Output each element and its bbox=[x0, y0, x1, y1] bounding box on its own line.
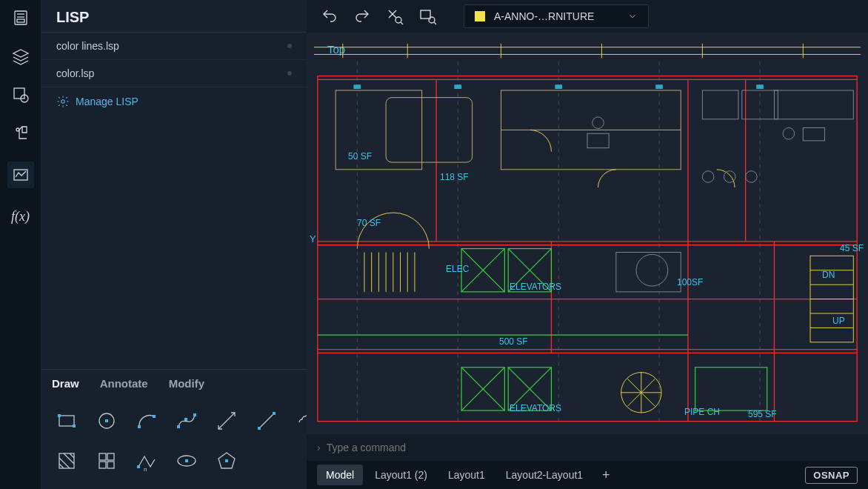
tab-annotate[interactable]: Annotate bbox=[100, 377, 148, 390]
panel-title: LISP bbox=[41, 0, 307, 33]
svg-rect-30 bbox=[107, 453, 114, 460]
svg-point-103 bbox=[592, 117, 604, 129]
svg-rect-11 bbox=[58, 414, 61, 417]
blocks-icon[interactable] bbox=[10, 84, 31, 105]
spline-tool[interactable] bbox=[169, 403, 204, 439]
svg-rect-124 bbox=[756, 84, 764, 89]
tab-draw[interactable]: Draw bbox=[52, 377, 79, 390]
manage-lisp-button[interactable]: Manage LISP bbox=[41, 87, 307, 116]
manage-lisp-label: Manage LISP bbox=[76, 96, 138, 107]
svg-line-28 bbox=[70, 453, 74, 458]
svg-rect-43 bbox=[421, 10, 430, 19]
svg-point-7 bbox=[16, 128, 19, 131]
lisp-file-item[interactable]: color.lsp bbox=[41, 60, 307, 87]
room-label: 70 SF bbox=[357, 218, 381, 228]
left-rail: f(x) bbox=[0, 0, 41, 489]
svg-line-27 bbox=[64, 453, 74, 464]
ellipse-tool[interactable] bbox=[169, 443, 204, 479]
add-layout-button[interactable]: + bbox=[595, 466, 618, 485]
layer-dropdown[interactable]: A-ANNO-…RNITURE bbox=[464, 4, 649, 28]
osnap-toggle[interactable]: OSNAP bbox=[805, 467, 858, 484]
svg-point-44 bbox=[429, 17, 435, 23]
command-prompt-icon: › bbox=[317, 442, 321, 453]
room-label: 118 SF bbox=[440, 172, 469, 182]
line-tool[interactable] bbox=[249, 403, 284, 439]
top-toolbar: A-ANNO-…RNITURE bbox=[307, 0, 868, 33]
svg-rect-14 bbox=[105, 419, 108, 422]
properties-icon[interactable] bbox=[10, 7, 31, 28]
undo-button[interactable] bbox=[320, 7, 339, 26]
chevron-down-icon bbox=[627, 11, 638, 21]
hatch-tool[interactable] bbox=[49, 443, 84, 479]
svg-rect-15 bbox=[138, 425, 141, 428]
tab-modify[interactable]: Modify bbox=[169, 377, 204, 390]
room-label: ELEC bbox=[446, 264, 469, 274]
command-input[interactable] bbox=[327, 442, 858, 453]
svg-point-105 bbox=[636, 254, 668, 286]
svg-rect-122 bbox=[555, 84, 562, 89]
svg-point-111 bbox=[746, 171, 758, 183]
svg-rect-17 bbox=[177, 425, 180, 428]
layout-tab[interactable]: Layout1 (2) bbox=[366, 465, 436, 485]
fx-icon[interactable]: f(x) bbox=[10, 206, 31, 227]
layout-tab-bar: Model Layout1 (2) Layout1 Layout2-Layout… bbox=[307, 461, 868, 489]
zoom-window-button[interactable] bbox=[418, 7, 437, 26]
main-area: A-ANNO-…RNITURE Top Y bbox=[307, 0, 868, 489]
svg-text:n: n bbox=[144, 466, 147, 473]
room-label: DN bbox=[822, 270, 835, 280]
arc-tool[interactable] bbox=[129, 403, 164, 439]
layout-tab[interactable]: Layout2-Layout1 bbox=[497, 465, 592, 485]
svg-rect-83 bbox=[695, 367, 767, 410]
layout-tab[interactable]: Layout1 bbox=[439, 465, 494, 485]
left-panel: LISP color lines.lsp color.lsp Manage LI… bbox=[41, 0, 307, 489]
attach-icon[interactable] bbox=[10, 123, 31, 144]
room-label: ELEVATORS bbox=[510, 403, 561, 413]
svg-point-41 bbox=[395, 17, 401, 23]
svg-rect-3 bbox=[17, 19, 24, 22]
status-dot-icon bbox=[287, 44, 292, 48]
trace-icon[interactable] bbox=[7, 162, 34, 188]
polyline-tool[interactable]: n bbox=[129, 443, 164, 479]
floorplan-svg bbox=[314, 40, 861, 428]
svg-rect-16 bbox=[153, 415, 156, 418]
svg-rect-5 bbox=[14, 88, 24, 99]
svg-rect-104 bbox=[587, 133, 609, 147]
svg-rect-114 bbox=[803, 127, 824, 140]
table-tool[interactable] bbox=[89, 443, 124, 479]
svg-rect-38 bbox=[225, 459, 228, 462]
svg-rect-23 bbox=[273, 412, 276, 415]
svg-rect-32 bbox=[107, 462, 114, 468]
svg-rect-19 bbox=[193, 413, 196, 416]
svg-rect-112 bbox=[774, 90, 853, 119]
svg-line-26 bbox=[59, 464, 64, 468]
svg-marker-4 bbox=[13, 50, 28, 57]
lisp-file-item[interactable]: color lines.lsp bbox=[41, 33, 307, 60]
lisp-file-label: color.lsp bbox=[56, 67, 94, 79]
svg-line-42 bbox=[401, 22, 403, 24]
room-label: 595 SF bbox=[748, 409, 777, 419]
svg-rect-18 bbox=[184, 418, 187, 421]
polygon-tool[interactable] bbox=[209, 443, 244, 479]
room-label: PIPE CH bbox=[684, 407, 720, 417]
drawing-canvas[interactable]: Top Y bbox=[307, 33, 868, 434]
svg-point-113 bbox=[783, 127, 795, 139]
circle-tool[interactable] bbox=[89, 403, 124, 439]
rectangle-tool[interactable] bbox=[49, 403, 84, 439]
svg-rect-54 bbox=[318, 76, 857, 422]
zoom-extents-button[interactable] bbox=[385, 7, 404, 26]
svg-rect-31 bbox=[99, 462, 106, 468]
svg-rect-121 bbox=[454, 84, 461, 89]
svg-rect-10 bbox=[59, 416, 74, 426]
gear-icon bbox=[56, 95, 70, 108]
room-label: 500 SF bbox=[499, 336, 528, 347]
draw-tool-grid: n bbox=[41, 397, 307, 489]
svg-rect-34 bbox=[137, 465, 140, 468]
xline-tool[interactable] bbox=[209, 403, 244, 439]
room-label: UP bbox=[832, 316, 845, 326]
layer-color-swatch bbox=[475, 11, 485, 21]
layout-tab-model[interactable]: Model bbox=[317, 465, 363, 485]
svg-rect-120 bbox=[353, 84, 361, 89]
room-label: ELEVATORS bbox=[510, 282, 561, 292]
layers-icon[interactable] bbox=[10, 46, 31, 67]
redo-button[interactable] bbox=[353, 7, 372, 26]
